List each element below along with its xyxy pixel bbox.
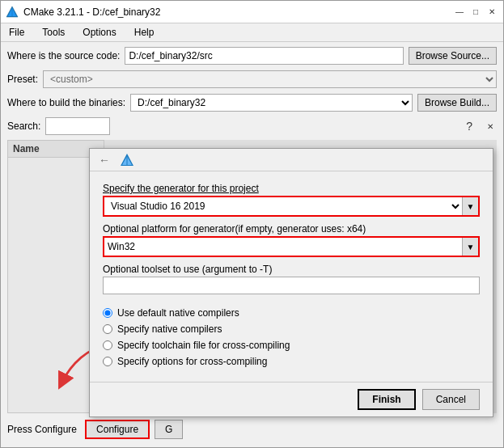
platform-input[interactable] (104, 238, 462, 256)
menu-help[interactable]: Help (129, 25, 159, 40)
platform-section: Optional platform for generator(if empty… (103, 223, 480, 257)
generator-label: Specify the generator for this project (103, 183, 480, 194)
build-row: Where to build the binaries: D:/cef_bina… (7, 94, 497, 112)
build-label: Where to build the binaries: (7, 97, 125, 108)
minimize-button[interactable]: — (453, 6, 466, 19)
title-bar: CMake 3.21.1 - D:/cef_binary32 — □ ✕ (1, 1, 503, 23)
finish-button[interactable]: Finish (358, 389, 415, 410)
radio-toolchain-file[interactable]: Specify toolchain file for cross-compili… (103, 340, 480, 351)
toolset-section: Optional toolset to use (argument to -T) (103, 264, 480, 294)
preset-row: Preset: <custom> (7, 70, 497, 88)
main-window: CMake 3.21.1 - D:/cef_binary32 — □ ✕ Fil… (0, 0, 504, 448)
press-configure-text: Press Configure (7, 424, 77, 435)
toolset-label: Optional toolset to use (argument to -T) (103, 264, 480, 275)
source-row: Where is the source code: Browse Source.… (7, 47, 497, 65)
window-controls: — □ ✕ (453, 6, 498, 19)
generator-select-row: Visual Studio 16 2019 ▼ (103, 196, 480, 217)
cancel-button[interactable]: Cancel (422, 389, 480, 410)
menu-file[interactable]: File (4, 25, 29, 40)
platform-select-arrow[interactable]: ▼ (462, 238, 478, 256)
bottom-buttons: Press Configure Configure G (7, 416, 497, 442)
search-input[interactable] (45, 117, 110, 135)
menu-options[interactable]: Options (78, 25, 121, 40)
preset-select[interactable]: <custom> (43, 70, 497, 88)
modal-cmake-icon (119, 152, 135, 168)
platform-label: Optional platform for generator(if empty… (103, 223, 480, 235)
modal-body: Specify the generator for this project V… (90, 171, 493, 382)
preset-label: Preset: (7, 74, 38, 85)
modal-back-button[interactable]: ← (96, 152, 112, 168)
menu-bar: File Tools Options Help (1, 23, 503, 42)
modal-footer: Finish Cancel (90, 382, 493, 416)
radio-default-compilers[interactable]: Use default native compilers (103, 307, 480, 319)
browse-source-button[interactable]: Browse Source... (409, 47, 497, 65)
main-area: Where is the source code: Browse Source.… (1, 42, 503, 447)
toolset-row (103, 277, 480, 294)
app-icon (6, 6, 19, 19)
search-label: Search: (7, 120, 40, 132)
source-input[interactable] (125, 47, 403, 65)
generator-dialog: ← Spec (89, 148, 493, 417)
source-label: Where is the source code: (7, 50, 120, 61)
radio-native-compilers[interactable]: Specify native compilers (103, 323, 480, 335)
window-title: CMake 3.21.1 - D:/cef_binary32 (23, 6, 453, 18)
maximize-button[interactable]: □ (469, 6, 482, 19)
modal-title-bar: ← (90, 149, 493, 171)
generator-section: Specify the generator for this project V… (103, 183, 480, 217)
content-area: Name ← (7, 140, 497, 413)
menu-tools[interactable]: Tools (37, 25, 70, 40)
radio-toolchain-label: Specify toolchain file for cross-compili… (117, 340, 290, 351)
platform-input-row: ▼ (103, 236, 480, 257)
modal-overlay: ← Spec (7, 140, 497, 413)
generator-select-arrow[interactable]: ▼ (462, 197, 478, 215)
generator-select[interactable]: Visual Studio 16 2019 (104, 197, 462, 215)
radio-cross-label: Specify options for cross-compiling (117, 356, 267, 367)
build-select[interactable]: D:/cef_binary32 (130, 94, 413, 112)
configure-button[interactable]: Configure (85, 420, 150, 439)
toolset-input[interactable] (103, 277, 480, 294)
search-row: Search: ? ✕ (7, 117, 497, 135)
generate-button[interactable]: G (155, 420, 183, 439)
radio-cross-options[interactable]: Specify options for cross-compiling (103, 356, 480, 367)
close-button[interactable]: ✕ (485, 6, 498, 19)
help-icon[interactable]: ? (466, 120, 472, 133)
radio-native-label: Specify native compilers (117, 323, 222, 335)
radio-default-label: Use default native compilers (117, 307, 239, 319)
dialog-close-icon[interactable]: ✕ (484, 120, 497, 133)
compiler-radio-group: Use default native compilers Specify nat… (103, 301, 480, 370)
browse-build-button[interactable]: Browse Build... (417, 94, 497, 112)
